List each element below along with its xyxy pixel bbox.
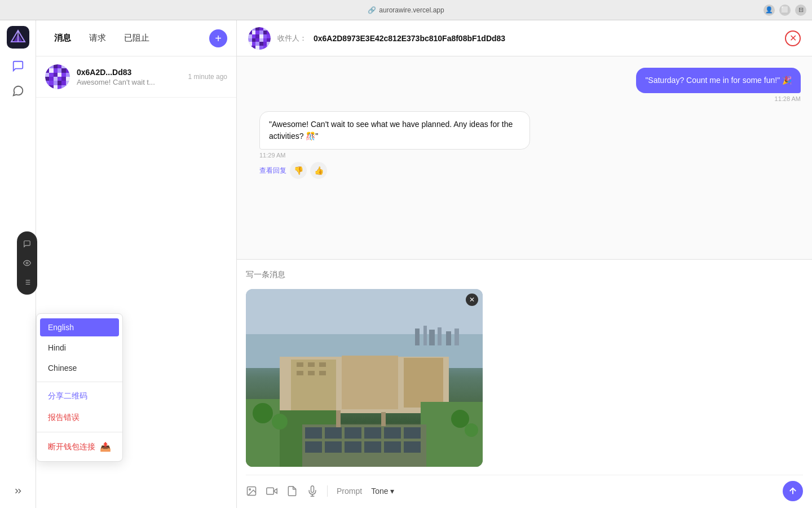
thumbs-up-reaction[interactable]: 👍 — [310, 162, 327, 179]
view-replies-link[interactable]: 查看回复 — [259, 166, 286, 176]
tab-blocked[interactable]: 已阻止 — [115, 28, 158, 48]
messages-nav-icon[interactable] — [8, 56, 28, 76]
svg-rect-33 — [325, 427, 342, 439]
tone-label: Tone — [371, 487, 388, 496]
svg-rect-38 — [305, 441, 322, 453]
svg-rect-17 — [454, 329, 459, 345]
compose-toolbar: Prompt Tone ▾ — [246, 475, 803, 501]
svg-rect-34 — [345, 427, 361, 439]
svg-rect-25 — [297, 371, 303, 375]
dropdown-divider-2 — [37, 432, 122, 432]
dropdown-item-english[interactable]: English — [40, 318, 119, 336]
svg-point-44 — [253, 403, 273, 423]
disconnect-icon: 📤 — [100, 441, 111, 452]
chat-area: 收件人： 0x6A2D8973E3E42c812E373bc810Fa8f08b… — [237, 20, 812, 508]
voice-message-button[interactable] — [307, 485, 318, 497]
outgoing-message-wrapper: "Saturday? Count me in for some fun!" 🎉 … — [248, 68, 801, 102]
svg-rect-20 — [342, 356, 398, 409]
svg-rect-19 — [291, 360, 336, 410]
screen-icon[interactable]: ⬜ — [779, 5, 791, 16]
svg-rect-41 — [364, 441, 381, 453]
disconnect-wallet-button[interactable]: 断开钱包连接 📤 — [37, 436, 122, 458]
svg-rect-24 — [319, 362, 326, 367]
svg-rect-12 — [415, 329, 420, 345]
svg-rect-14 — [429, 330, 435, 345]
send-message-button[interactable] — [783, 481, 803, 501]
dropdown-item-hindi[interactable]: Hindi — [37, 338, 122, 358]
svg-rect-42 — [384, 441, 401, 453]
dropdown-divider — [37, 382, 122, 382]
incoming-time: 11:29 AM — [259, 152, 285, 159]
svg-rect-26 — [308, 371, 315, 375]
message-list-item[interactable]: 0x6A2D...Dd83 Awesome! Can't wait t... 1… — [36, 56, 236, 98]
svg-rect-27 — [319, 371, 326, 375]
svg-rect-23 — [308, 362, 315, 367]
contact-name: 0x6A2D...Dd83 — [77, 68, 182, 77]
recipient-avatar — [248, 27, 271, 50]
message-preview: Awesome! Can't wait t... — [77, 78, 182, 86]
svg-rect-21 — [404, 358, 443, 408]
outgoing-bubble: "Saturday? Count me in for some fun!" 🎉 — [636, 68, 801, 93]
remove-attachment-button[interactable]: ✕ — [466, 294, 478, 306]
link-icon: 🔗 — [368, 6, 376, 14]
svg-rect-49 — [381, 412, 386, 426]
svg-point-46 — [451, 410, 469, 428]
url-display: 🔗 aurorawire.vercel.app — [368, 6, 444, 14]
toolbar-divider — [327, 485, 328, 497]
svg-rect-35 — [364, 427, 381, 439]
svg-marker-52 — [273, 489, 277, 493]
compose-area: ✕ — [237, 259, 812, 508]
attach-image-button[interactable] — [246, 485, 257, 497]
attach-video-button[interactable] — [266, 485, 277, 497]
app-logo[interactable] — [7, 26, 29, 49]
svg-point-51 — [249, 489, 251, 491]
tone-button[interactable]: Tone ▾ — [371, 487, 394, 496]
pill-sidebar — [17, 231, 37, 295]
outgoing-time: 11:28 AM — [775, 95, 801, 102]
chat-messages: "Saturday? Count me in for some fun!" 🎉 … — [237, 56, 812, 259]
messages-header: 消息 请求 已阻止 + — [36, 20, 236, 56]
pill-eye-icon[interactable] — [19, 255, 35, 271]
tab-requests[interactable]: 请求 — [80, 28, 115, 48]
svg-rect-39 — [325, 441, 342, 453]
incoming-bubble: "Awesome! Can't wait to see what we have… — [259, 111, 530, 150]
pill-chat-icon[interactable] — [19, 236, 35, 252]
svg-rect-53 — [267, 488, 274, 494]
recipient-label: 收件人： — [277, 33, 307, 43]
dropdown-item-chinese[interactable]: Chinese — [37, 358, 122, 378]
title-bar: 🔗 aurorawire.vercel.app 👤 ⬜ ⊟ — [0, 0, 812, 20]
svg-rect-43 — [404, 441, 421, 453]
svg-rect-40 — [345, 441, 361, 453]
new-conversation-button[interactable]: + — [209, 29, 227, 47]
svg-rect-16 — [446, 331, 451, 345]
recipient-address: 0x6A2D8973E3E42c812E373bc810Fa8f08bF1dDd… — [314, 34, 505, 43]
svg-point-3 — [26, 262, 28, 264]
message-time: 1 minute ago — [188, 73, 227, 81]
aerial-photo-preview — [246, 289, 483, 467]
attach-file-button[interactable] — [286, 485, 298, 497]
profile-icon[interactable]: 👤 — [764, 5, 775, 16]
layout-icon[interactable]: ⊟ — [795, 5, 806, 16]
report-error-button[interactable]: 报告错误 — [37, 407, 122, 428]
prompt-button[interactable]: Prompt — [337, 487, 362, 496]
svg-point-47 — [465, 423, 478, 437]
close-chat-button[interactable]: ✕ — [785, 30, 801, 46]
svg-rect-37 — [404, 427, 421, 439]
svg-rect-22 — [297, 362, 303, 367]
share-qr-button[interactable]: 分享二维码 — [37, 386, 122, 407]
pill-list-icon[interactable] — [19, 274, 35, 290]
titlebar-controls: 👤 ⬜ ⊟ — [764, 5, 806, 16]
messages-panel: 消息 请求 已阻止 + — [36, 20, 237, 508]
thumbs-down-reaction[interactable]: 👎 — [290, 162, 307, 179]
compose-input[interactable] — [246, 266, 803, 282]
incoming-message-wrapper: "Awesome! Can't wait to see what we have… — [248, 111, 801, 179]
comments-nav-icon[interactable] — [8, 81, 28, 101]
bubble-actions: 查看回复 👎 👍 — [259, 162, 327, 179]
chat-header: 收件人： 0x6A2D8973E3E42c812E373bc810Fa8f08b… — [237, 20, 812, 56]
svg-rect-13 — [423, 326, 427, 345]
tab-messages[interactable]: 消息 — [45, 28, 80, 48]
svg-rect-36 — [384, 427, 401, 439]
expand-sidebar-button[interactable] — [8, 485, 28, 497]
svg-rect-32 — [305, 427, 322, 439]
svg-rect-48 — [336, 410, 341, 427]
